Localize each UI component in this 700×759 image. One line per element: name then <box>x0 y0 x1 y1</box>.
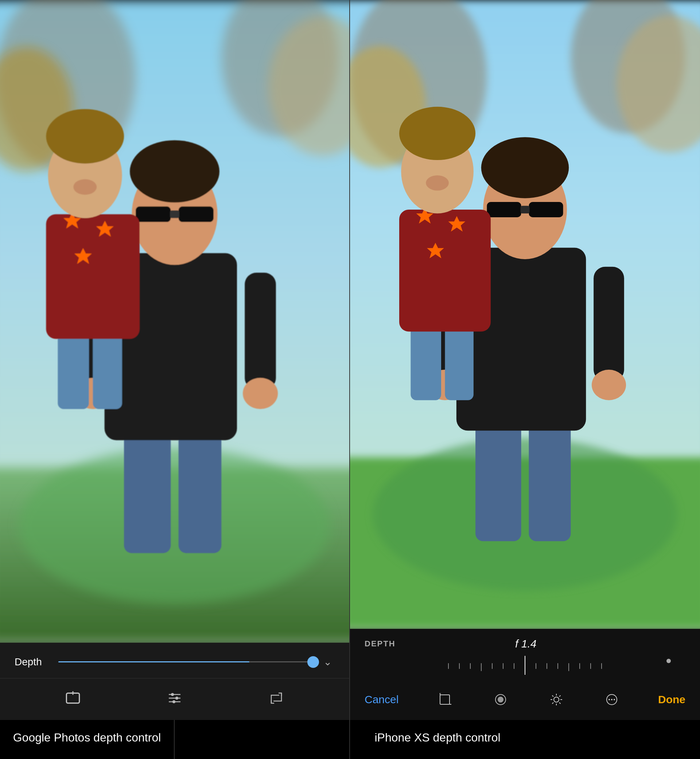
more-options-icon[interactable] <box>602 690 621 709</box>
iphone-depth-row: DEPTH f 1.4 <box>350 629 700 656</box>
iphone-photo-area <box>350 0 700 629</box>
google-caption-text: Google Photos depth control <box>13 731 161 744</box>
google-photos-panel: Depth ⌄ <box>0 0 350 759</box>
svg-rect-57 <box>594 267 624 381</box>
svg-point-59 <box>592 370 626 400</box>
svg-point-40 <box>172 700 175 703</box>
svg-rect-12 <box>136 206 170 222</box>
tick-4 <box>481 663 481 671</box>
svg-point-52 <box>481 137 569 198</box>
google-toolbar <box>0 678 349 720</box>
svg-point-86 <box>611 699 612 700</box>
svg-rect-20 <box>93 331 122 409</box>
svg-point-36 <box>171 693 174 696</box>
add-photo-icon[interactable] <box>62 687 84 709</box>
adjust-icon[interactable] <box>164 687 186 709</box>
svg-rect-53 <box>487 202 521 217</box>
tick-11 <box>558 663 558 669</box>
iphone-tick-container <box>364 656 686 678</box>
tick-12 <box>569 663 569 671</box>
tick-6 <box>503 663 503 669</box>
svg-line-83 <box>552 703 553 704</box>
iphone-caption: iPhone XS depth control <box>350 720 525 759</box>
svg-rect-61 <box>445 324 473 400</box>
google-photo-area <box>0 0 349 643</box>
iphone-center-line <box>525 656 525 675</box>
svg-point-6 <box>19 448 331 604</box>
svg-rect-21 <box>46 214 139 339</box>
depth-circle-icon[interactable] <box>491 690 510 709</box>
done-button[interactable]: Done <box>658 693 686 706</box>
svg-rect-48 <box>475 419 521 541</box>
svg-rect-7 <box>124 428 170 553</box>
tick-5 <box>492 663 492 669</box>
svg-point-73 <box>498 697 503 703</box>
svg-line-80 <box>552 696 553 697</box>
svg-rect-69 <box>440 695 450 704</box>
tick-14 <box>590 663 591 669</box>
svg-rect-54 <box>529 202 563 217</box>
svg-point-27 <box>73 180 97 195</box>
svg-point-11 <box>130 141 219 203</box>
svg-point-85 <box>608 699 610 700</box>
svg-line-82 <box>559 696 561 697</box>
iphone-toolbar: Cancel <box>350 681 700 720</box>
iphone-slider-dot <box>666 659 671 663</box>
svg-rect-8 <box>179 428 222 553</box>
tick-10 <box>547 663 547 669</box>
tick-9 <box>536 663 536 669</box>
svg-point-75 <box>554 697 559 702</box>
svg-rect-31 <box>67 694 79 703</box>
adjust-sun-icon[interactable] <box>547 690 566 709</box>
tick-13 <box>579 663 580 669</box>
cancel-button[interactable]: Cancel <box>364 693 398 706</box>
svg-point-68 <box>426 175 449 191</box>
svg-point-47 <box>373 438 677 590</box>
depth-slider-fill <box>58 661 249 662</box>
depth-slider-thumb[interactable] <box>307 656 319 668</box>
tick-7 <box>514 663 514 669</box>
svg-point-67 <box>399 107 475 160</box>
depth-row: Depth ⌄ <box>0 643 349 678</box>
crop-icon[interactable] <box>435 690 454 709</box>
google-caption: Google Photos depth control <box>0 720 175 759</box>
iphone-depth-label: DEPTH <box>364 639 395 648</box>
tick-3 <box>470 663 471 669</box>
tick-15 <box>601 663 602 669</box>
svg-point-18 <box>243 378 278 409</box>
svg-rect-55 <box>520 206 530 214</box>
svg-point-87 <box>614 699 615 700</box>
depth-slider[interactable] <box>58 661 313 662</box>
svg-point-38 <box>175 697 178 700</box>
tick-1 <box>448 663 449 669</box>
iphone-depth-slider[interactable] <box>350 656 700 681</box>
svg-rect-16 <box>245 273 276 390</box>
svg-point-26 <box>46 109 124 164</box>
svg-rect-19 <box>58 331 89 409</box>
svg-rect-60 <box>411 324 441 400</box>
iphone-controls: DEPTH f 1.4 <box>350 629 700 720</box>
svg-rect-62 <box>399 209 491 332</box>
google-controls: Depth ⌄ <box>0 643 349 720</box>
iphone-f-value: f 1.4 <box>515 637 536 650</box>
depth-label: Depth <box>14 656 51 668</box>
chevron-down-icon[interactable]: ⌄ <box>320 653 335 671</box>
iphone-panel: DEPTH f 1.4 <box>350 0 700 759</box>
svg-line-81 <box>559 703 561 704</box>
rotate-crop-icon[interactable] <box>266 687 287 709</box>
iphone-caption-text: iPhone XS depth control <box>374 731 500 744</box>
tick-2 <box>459 663 460 669</box>
svg-rect-49 <box>529 419 570 541</box>
svg-rect-14 <box>170 210 180 218</box>
svg-rect-13 <box>179 206 214 222</box>
